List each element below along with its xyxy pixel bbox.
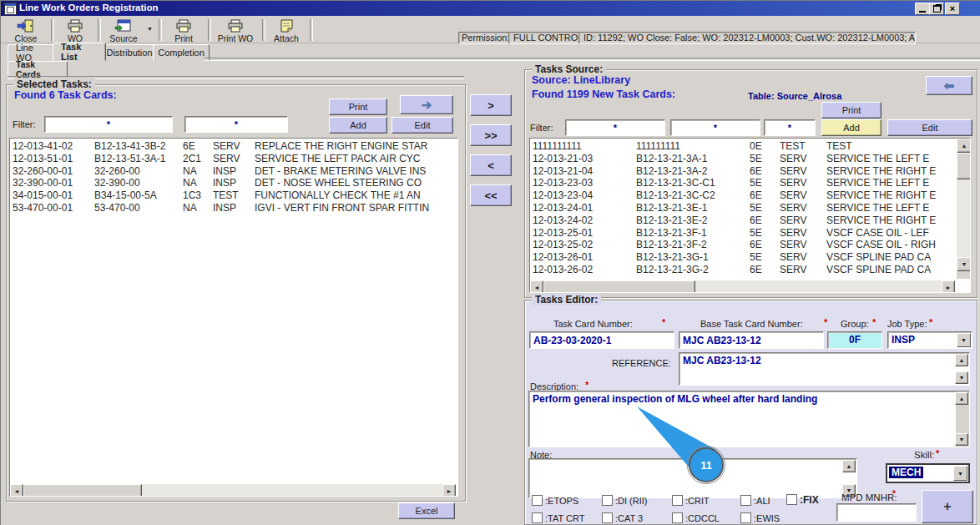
checkbox-crit[interactable]: :CRIT	[672, 495, 710, 506]
checkbox-icon[interactable]	[672, 495, 683, 506]
move-right-arrow-button[interactable]: ➔	[400, 95, 453, 114]
task-row[interactable]: 34-015-00-01B34-15-00-5A1C3TESTFUNCTIONA…	[10, 189, 457, 202]
source-print-button[interactable]: Print	[821, 102, 881, 119]
horizontal-scrollbar[interactable]: ◄ ►	[530, 280, 955, 292]
source-dropdown-caret[interactable]: ▼	[147, 26, 153, 32]
move-left-arrow-button[interactable]: ⬅	[926, 76, 972, 95]
checkbox-icon[interactable]	[672, 512, 683, 523]
checkbox-icon[interactable]	[740, 495, 751, 506]
checkbox-ali[interactable]: :ALI	[740, 495, 770, 506]
task-row[interactable]: 12-013-24-02B12-13-21-3E-26ESERVSERVICE …	[530, 215, 955, 227]
description-field[interactable]: Perform general inspection of MLG wheel …	[528, 391, 970, 447]
task-row[interactable]: 12-013-51-01B12-13-51-3A-12C1SERVSERVICE…	[10, 153, 457, 165]
checkbox-icon[interactable]	[740, 512, 751, 523]
scroll-right-icon[interactable]: ►	[942, 280, 955, 293]
print-button[interactable]: Print	[164, 18, 203, 43]
scrollbar-thumb[interactable]	[957, 153, 971, 179]
move-selected-left-button[interactable]: <	[470, 154, 512, 176]
selected-filter-input-1[interactable]	[44, 116, 173, 133]
task-row[interactable]: 12-013-26-02B12-13-21-3G-26ESERVVSCF SPL…	[530, 264, 955, 276]
scroll-up-icon[interactable]: ▲	[955, 354, 968, 366]
group-field[interactable]: 0F	[827, 331, 882, 349]
task-row[interactable]: 32-260-00-0132-260-00NAINSPDET - BRAKE M…	[10, 165, 457, 178]
checkbox-di-rii[interactable]: :DI (RII)	[602, 495, 648, 506]
selected-edit-button[interactable]: Edit	[391, 117, 453, 134]
excel-button[interactable]: Excel	[398, 502, 455, 519]
move-all-left-button[interactable]: <<	[470, 184, 512, 206]
job-type-dropdown[interactable]: INSP ▼	[887, 331, 972, 349]
scroll-left-icon[interactable]: ◄	[10, 484, 23, 497]
vertical-scrollbar[interactable]: ▲ ▼	[957, 139, 970, 279]
checkbox-icon[interactable]	[602, 512, 613, 523]
scroll-up-icon[interactable]: ▲	[957, 139, 971, 153]
checkbox-icon[interactable]	[602, 495, 613, 506]
scroll-down-icon[interactable]: ▼	[955, 371, 968, 384]
vertical-scrollbar[interactable]: ▲ ▼	[956, 391, 969, 447]
wo-print-button[interactable]: WO	[56, 18, 94, 43]
source-filter-input-3[interactable]	[764, 119, 816, 136]
tab-task-cards[interactable]: Task Cards	[8, 61, 68, 78]
sub-tabs: Task Cards	[1, 61, 468, 78]
minimize-button[interactable]	[915, 3, 930, 15]
scroll-up-icon[interactable]: ▲	[842, 460, 856, 472]
task-row[interactable]: 12-013-23-03B12-13-21-3C-C15ESERVSERVICE…	[530, 177, 955, 189]
task-row[interactable]: 12-013-41-02B12-13-41-3B-26ESERVREPLACE …	[10, 140, 457, 153]
reference-label: REFERENCE:	[612, 358, 671, 368]
checkbox-tat-crt[interactable]: :TAT CRT	[532, 512, 584, 523]
move-all-right-button[interactable]: >>	[470, 124, 512, 146]
scroll-right-icon[interactable]: ►	[442, 484, 456, 497]
task-row[interactable]: 32-390-00-0132-390-00NAINSPDET - NOSE WH…	[10, 177, 457, 189]
tab-task-list[interactable]: Task List	[53, 43, 106, 61]
add-new-task-button[interactable]: +	[922, 490, 973, 523]
task-row[interactable]: 12-013-26-01B12-13-21-3G-15ESERVVSCF SPL…	[530, 251, 955, 264]
chevron-down-icon[interactable]: ▼	[957, 333, 971, 347]
scroll-down-icon[interactable]: ▼	[957, 257, 971, 271]
source-add-button[interactable]: Add	[821, 119, 881, 136]
selected-add-button[interactable]: Add	[329, 117, 387, 134]
task-row[interactable]: 12-013-23-04B12-13-21-3C-C26ESERVSERVICE…	[530, 189, 955, 202]
task-row[interactable]: 11111111111111111110ETESTTEST	[530, 140, 955, 153]
task-row[interactable]: 12-013-25-02B12-13-21-3F-26ESERVVSCF CAS…	[530, 239, 955, 251]
scrollbar-thumb[interactable]	[23, 484, 142, 497]
scroll-left-icon[interactable]: ◄	[530, 280, 543, 293]
checkbox-etops[interactable]: :ETOPS	[532, 495, 578, 506]
horizontal-scrollbar[interactable]: ◄ ►	[10, 484, 456, 496]
task-row[interactable]: 12-013-24-01B12-13-21-3E-15ESERVSERVICE …	[530, 202, 955, 215]
task-row[interactable]: 12-013-21-03B12-13-21-3A-15ESERVSERVICE …	[530, 153, 955, 165]
base-task-card-number-input[interactable]	[679, 331, 824, 349]
selected-filter-input-2[interactable]	[184, 116, 288, 133]
checkbox-icon[interactable]	[532, 495, 543, 506]
task-row[interactable]: 12-013-21-04B12-13-21-3A-26ESERVSERVICE …	[530, 165, 955, 178]
skill-dropdown[interactable]: MECH ▼	[886, 463, 970, 483]
checkbox-ewis[interactable]: :EWIS	[740, 512, 780, 523]
source-edit-button[interactable]: Edit	[887, 119, 972, 136]
task-card-number-input[interactable]	[529, 331, 674, 349]
tab-completion[interactable]: Completion	[153, 44, 210, 61]
scrollbar-thumb[interactable]	[543, 280, 695, 293]
checkbox-icon[interactable]	[786, 494, 797, 505]
task-row[interactable]: 12-013-25-01B12-13-21-3F-15ESERVVSCF CAS…	[530, 227, 955, 240]
checkbox-cdccl[interactable]: :CDCCL	[672, 512, 720, 523]
checkbox-cat-3[interactable]: :CAT 3	[602, 512, 643, 523]
tab-distribution[interactable]: Distribution	[101, 44, 158, 61]
note-field[interactable]: ▲ ▼	[528, 458, 857, 498]
restore-button[interactable]	[929, 3, 944, 15]
checkbox-fix[interactable]: :FIX	[786, 494, 819, 506]
reference-field[interactable]: MJC AB23-13-12 ▲ ▼	[679, 352, 970, 386]
chevron-down-icon[interactable]: ▼	[953, 466, 967, 481]
selected-print-button[interactable]: Print	[329, 98, 387, 115]
task-row[interactable]: 53-470-00-0153-470-00NAINSPIGVI - VERT F…	[10, 202, 457, 215]
mpd-mnhr-input[interactable]	[836, 503, 917, 522]
print-wo-button[interactable]: Print WO	[212, 18, 259, 43]
checkbox-icon[interactable]	[532, 512, 543, 523]
tab-line-wo[interactable]: Line WO	[8, 44, 58, 61]
source-button[interactable]: Source	[102, 18, 145, 43]
scroll-up-icon[interactable]: ▲	[955, 392, 968, 405]
source-filter-input-1[interactable]	[565, 119, 665, 136]
close-wo-button[interactable]: Close	[5, 18, 47, 43]
scroll-down-icon[interactable]: ▼	[955, 433, 968, 446]
move-selected-right-button[interactable]: >	[470, 94, 512, 116]
close-window-button[interactable]: ×	[945, 3, 960, 15]
source-filter-input-2[interactable]	[670, 119, 760, 136]
attach-button[interactable]: Attach	[266, 18, 306, 43]
